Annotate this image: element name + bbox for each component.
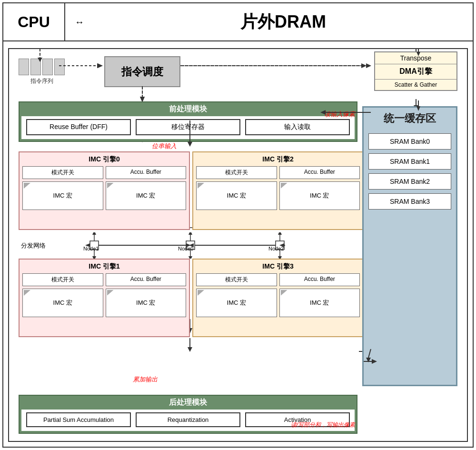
dma-scatter: Scatter & Gather	[375, 80, 456, 90]
imc2-macro1: IMC 宏	[196, 181, 277, 210]
top-row: CPU ↔ 片外DRAM	[3, 3, 473, 41]
sram-bank-0: SRAM Bank0	[368, 133, 451, 150]
accum-out-label: 累加输出	[133, 375, 158, 384]
imc2-title: IMC 引擎2	[196, 155, 360, 164]
imc1-accu-buffer: Accu. Buffer	[106, 273, 187, 286]
cpu-arrow-icon: ↔	[65, 3, 94, 40]
dma-transpose: Transpose	[375, 52, 456, 64]
svg-marker-41	[278, 232, 282, 235]
sram-bank-1: SRAM Bank1	[368, 153, 451, 170]
imc3-macro1: IMC 宏	[196, 289, 277, 317]
instr-queue-box-3	[42, 59, 53, 75]
imc0-macro2: IMC 宏	[106, 181, 187, 210]
svg-marker-53	[98, 63, 103, 68]
imc0-macro1: IMC 宏	[22, 181, 103, 210]
imc-engine-0: IMC 引擎0 模式开关 Accu. Buffer IMC 宏 IMC 宏	[19, 151, 190, 230]
diagram-container: CPU ↔ 片外DRAM	[2, 2, 474, 448]
instr-queue-boxes	[19, 59, 65, 75]
rw-label: 读/写部分和，写输出像素	[291, 421, 355, 429]
instr-queue-box-2	[30, 59, 41, 75]
dram-box: 片外DRAM	[94, 3, 473, 40]
unified-cache: 统一缓存区 SRAM Bank0 SRAM Bank1 SRAM Bank2 S…	[362, 106, 457, 386]
instr-queue-area: 指令序列	[19, 59, 65, 85]
svg-marker-55	[366, 63, 371, 68]
svg-marker-1	[97, 63, 102, 68]
imc1-macro1: IMC 宏	[22, 289, 103, 317]
svg-marker-59	[188, 142, 192, 147]
imc-engine-1: IMC 引擎1 模式开关 Accu. Buffer IMC 宏 IMC 宏	[19, 259, 190, 337]
imc0-accu-buffer: Accu. Buffer	[106, 166, 187, 179]
imc0-mode-switch: 模式开关	[22, 166, 103, 179]
inner-border: 指令序列 指令调度 Transpose DMA引擎 Scatter & Gath…	[8, 48, 468, 442]
imc1-title: IMC 引擎1	[22, 262, 186, 271]
bit-serial-label: 位串输入	[152, 142, 177, 150]
sram-banks: SRAM Bank0 SRAM Bank1 SRAM Bank2 SRAM Ba…	[364, 130, 456, 213]
dma-engine: DMA引擎	[375, 64, 456, 80]
imc2-macro2: IMC 宏	[279, 181, 360, 210]
imc0-title: IMC 引擎0	[22, 155, 186, 164]
instr-queue-box-4	[54, 59, 65, 75]
imc2-mode-switch: 模式开关	[196, 166, 277, 179]
imc3-title: IMC 引擎3	[196, 262, 360, 271]
svg-marker-37	[188, 232, 192, 235]
svg-marker-33	[92, 232, 96, 235]
node1-label: Node1	[83, 246, 99, 251]
preproc-title: 前处理模块	[20, 102, 357, 116]
imc3-macro2: IMC 宏	[279, 289, 360, 317]
svg-marker-3	[361, 63, 367, 68]
sram-bank-2: SRAM Bank2	[368, 173, 451, 190]
read-pixel-label: 读输入像素	[324, 110, 355, 119]
cache-title: 统一缓存区	[364, 108, 456, 130]
postproc-requant: Requantization	[136, 412, 240, 427]
imc-engine-3: IMC 引擎3 模式开关 Accu. Buffer IMC 宏 IMC 宏	[192, 259, 364, 337]
postproc-partial-sum: Partial Sum Accumulation	[26, 412, 131, 427]
imc1-mode-switch: 模式开关	[22, 273, 103, 286]
preproc-input-read: 输入读取	[245, 119, 350, 135]
postproc-title: 后处理模块	[20, 396, 357, 410]
cpu-label: CPU	[18, 13, 50, 31]
dram-label: 片外DRAM	[240, 10, 326, 34]
imc2-accu-buffer: Accu. Buffer	[279, 166, 360, 179]
instr-sched-label: 指令调度	[121, 65, 163, 79]
main-area: 指令序列 指令调度 Transpose DMA引擎 Scatter & Gath…	[3, 43, 473, 447]
node0-label: Node0	[178, 246, 193, 251]
instr-queue-box-1	[19, 59, 29, 75]
imc-engine-2: IMC 引擎2 模式开关 Accu. Buffer IMC 宏 IMC 宏	[192, 151, 364, 230]
instr-queue-label: 指令序列	[30, 77, 53, 85]
imc3-accu-buffer: Accu. Buffer	[279, 273, 360, 286]
dma-area: Transpose DMA引擎 Scatter & Gather	[374, 51, 457, 91]
cpu-box: CPU	[3, 3, 65, 40]
imc1-macro2: IMC 宏	[106, 289, 187, 317]
node2-label: Node2	[268, 246, 284, 251]
preproc-inner: Reuse Buffer (DFF) 移位寄存器 输入读取	[21, 116, 355, 139]
preproc-shift-reg: 移位寄存器	[136, 119, 240, 135]
preproc-section: 前处理模块 Reuse Buffer (DFF) 移位寄存器 输入读取	[19, 101, 357, 142]
preproc-reuse-buffer: Reuse Buffer (DFF)	[26, 119, 131, 135]
instr-sched-box: 指令调度	[104, 56, 180, 87]
imc3-mode-switch: 模式开关	[196, 273, 277, 286]
sram-bank-3: SRAM Bank3	[368, 193, 451, 210]
svg-marker-49	[188, 347, 192, 352]
